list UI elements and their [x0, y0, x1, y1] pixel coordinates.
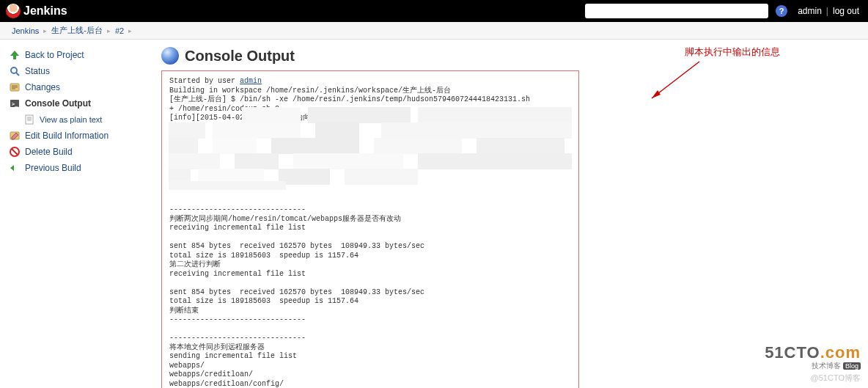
svg-text:>_: >_ [12, 101, 18, 107]
breadcrumb: Jenkins ▸ 生产上线-后台 ▸ #2 ▸ [0, 22, 868, 40]
watermark-subtitle: 技术博客Blog [765, 361, 861, 371]
help-icon[interactable]: ? [776, 5, 787, 17]
sidebar-item-label: Console Output [25, 98, 91, 109]
watermark-logo: 51CTO.com [765, 343, 861, 362]
svg-rect-8 [26, 115, 33, 124]
console-output-box: Started by user admin Building in worksp… [161, 70, 579, 388]
terminal-icon: >_ [9, 98, 21, 109]
sidebar-item-label: Status [25, 66, 50, 76]
up-arrow-icon [9, 49, 21, 61]
console-user-link[interactable]: admin [240, 77, 262, 85]
sidebar-changes[interactable]: Changes [6, 79, 141, 95]
logout-link[interactable]: log out [833, 6, 859, 16]
sidebar-item-label: Delete Build [25, 147, 73, 157]
page-title-text: Console Output [185, 48, 295, 65]
sidebar-edit-build[interactable]: Edit Build Information [6, 128, 141, 144]
svg-line-14 [12, 149, 18, 155]
sidebar-console-output[interactable]: >_ Console Output [6, 95, 141, 111]
sidebar-previous-build[interactable]: Previous Build [6, 160, 141, 176]
svg-line-1 [16, 73, 19, 76]
crumb-sep-icon: ▸ [107, 27, 111, 34]
annotation-text: 脚本执行中输出的信息 [685, 45, 780, 59]
crumb-build[interactable]: #2 [115, 26, 124, 35]
sidebar-item-label: Previous Build [25, 163, 81, 173]
jenkins-logo-icon [6, 4, 21, 18]
document-icon [23, 114, 35, 125]
sidebar-status[interactable]: Status [6, 63, 141, 79]
watermark: 51CTO.com 技术博客Blog @51CTO博客 [765, 343, 861, 384]
jenkins-logo[interactable]: Jenkins [6, 4, 67, 18]
svg-marker-16 [652, 90, 661, 98]
sidebar-item-label: Edit Build Information [25, 131, 108, 141]
changes-icon [9, 81, 21, 93]
sidebar: Back to Project Status Changes >_ Consol… [0, 40, 147, 388]
left-arrow-icon [9, 162, 21, 174]
sidebar-item-label: Changes [25, 82, 60, 92]
watermark-handle: @51CTO博客 [765, 373, 861, 384]
main-content: Console Output Started by user admin Bui… [147, 40, 868, 388]
top-header: Jenkins ? admin | log out [0, 0, 868, 22]
header-separator: | [826, 6, 828, 16]
sidebar-back-to-project[interactable]: Back to Project [6, 47, 141, 63]
brand-name: Jenkins [23, 4, 67, 18]
sidebar-item-label: Back to Project [25, 50, 84, 60]
admin-link[interactable]: admin [798, 6, 822, 16]
crumb-jenkins[interactable]: Jenkins [12, 26, 39, 35]
crumb-sep-icon: ▸ [43, 27, 47, 34]
crumb-project[interactable]: 生产上线-后台 [51, 25, 103, 36]
crumb-sep-icon: ▸ [128, 27, 132, 34]
search-input[interactable] [585, 4, 768, 18]
sidebar-delete-build[interactable]: Delete Build [6, 144, 141, 160]
delete-icon [9, 146, 21, 158]
sidebar-view-plain-text[interactable]: View as plain text [6, 111, 141, 128]
svg-point-0 [11, 67, 17, 73]
sidebar-item-label: View as plain text [40, 115, 102, 124]
magnifier-icon [9, 65, 21, 77]
build-status-ball-icon [161, 47, 179, 65]
annotation-arrow-icon [644, 58, 703, 102]
edit-icon [9, 130, 21, 142]
